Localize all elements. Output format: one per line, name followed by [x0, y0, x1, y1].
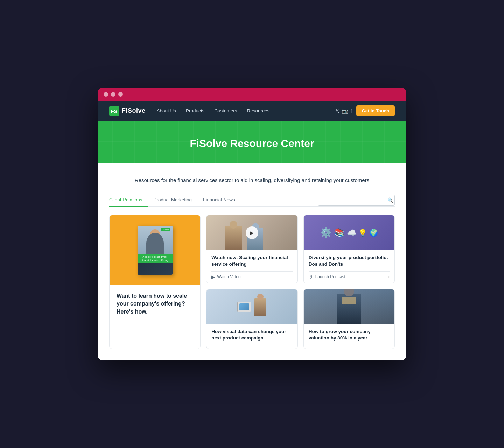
video-action-arrow: ›	[291, 274, 293, 279]
hero-title: FiSolve Resource Center	[109, 138, 395, 149]
browser-titlebar	[98, 88, 406, 101]
article2-card-title: How to grow your company valuation by 30…	[309, 329, 390, 342]
nav-right: 𝕏 📷 f Get in Touch	[335, 105, 395, 116]
video-card-action[interactable]: ▶ Watch Video ›	[211, 271, 292, 280]
social-icons: 𝕏 📷 f	[335, 108, 352, 114]
tab-financial-news[interactable]: Financial News	[197, 194, 241, 206]
navbar: FS FiSolve About Us Products Customers R…	[98, 101, 406, 121]
nav-links: About Us Products Customers Resources	[157, 108, 335, 113]
tabs-search-row: Client Relations Product Marketing Finan…	[109, 194, 395, 206]
nav-products[interactable]: Products	[186, 108, 204, 113]
traffic-light-red	[104, 92, 108, 97]
video-card-body: Watch now: Scaling your financial servic…	[206, 250, 297, 283]
video-card-image: ▶	[206, 215, 297, 250]
nav-resources[interactable]: Resources	[247, 108, 270, 113]
nav-about-us[interactable]: About Us	[157, 108, 176, 113]
book-cover: A guide to scaling your financial servic…	[138, 226, 173, 275]
featured-card-title: Want to learn how to scale your company'…	[117, 292, 193, 316]
article2-card[interactable]: How to grow your company valuation by 30…	[303, 289, 395, 349]
search-button[interactable]: 🔍	[384, 195, 395, 205]
tab-product-marketing[interactable]: Product Marketing	[148, 194, 198, 206]
traffic-light-yellow	[111, 92, 115, 97]
logo-text: FiSolve	[122, 107, 146, 114]
article1-card-image	[206, 289, 297, 324]
cards-grid: A guide to scaling your financial servic…	[109, 215, 395, 349]
browser-window: FS FiSolve About Us Products Customers R…	[98, 88, 406, 360]
video-action-label: Watch Video	[217, 274, 240, 279]
podcast-card-action[interactable]: 🎙 Launch Podcast ›	[309, 271, 390, 280]
podcast-action-icon: 🎙	[309, 274, 313, 280]
featured-card-image: A guide to scaling your financial servic…	[110, 215, 200, 285]
hero-section: FiSolve Resource Center	[98, 121, 406, 163]
article1-card-title: How visual data can change your next pro…	[211, 329, 292, 342]
article1-card-body: How visual data can change your next pro…	[206, 324, 297, 349]
podcast-card-title: Diversifying your product portfolio: Dos…	[309, 254, 390, 268]
podcast-action-label: Launch Podcast	[315, 274, 345, 279]
featured-card[interactable]: A guide to scaling your financial servic…	[109, 215, 201, 349]
video-card-title: Watch now: Scaling your financial servic…	[211, 254, 292, 268]
facebook-icon[interactable]: f	[351, 108, 352, 114]
book-label: A guide to scaling your financial servic…	[138, 254, 173, 264]
podcast-action-arrow: ›	[388, 274, 390, 279]
get-in-touch-button[interactable]: Get in Touch	[356, 105, 395, 116]
svg-text:FS: FS	[111, 108, 117, 114]
article1-image-content	[206, 289, 297, 324]
logo-icon: FS	[109, 106, 119, 116]
main-content: Resources for the financial services sec…	[98, 163, 406, 360]
article1-card[interactable]: How visual data can change your next pro…	[206, 289, 298, 349]
article2-image-content	[304, 289, 394, 324]
tab-client-relations[interactable]: Client Relations	[109, 194, 148, 206]
podcast-card-image: ⚙️ 📚 ☁️ 💡 🌍	[304, 215, 394, 250]
person-silhouette-1	[225, 226, 242, 250]
search-bar: 🔍	[318, 195, 395, 206]
featured-card-body: Want to learn how to scale your company'…	[110, 285, 200, 321]
article2-card-body: How to grow your company valuation by 30…	[304, 324, 394, 349]
sub-heading: Resources for the financial services sec…	[109, 176, 395, 184]
traffic-light-green	[118, 92, 123, 97]
twitter-icon[interactable]: 𝕏	[335, 108, 339, 114]
tabs: Client Relations Product Marketing Finan…	[109, 194, 241, 206]
logo-area[interactable]: FS FiSolve	[109, 106, 146, 116]
instagram-icon[interactable]: 📷	[342, 108, 348, 114]
podcast-card-body: Diversifying your product portfolio: Dos…	[304, 250, 394, 283]
podcast-card[interactable]: ⚙️ 📚 ☁️ 💡 🌍 Diversifying your product po…	[303, 215, 395, 284]
nav-customers[interactable]: Customers	[214, 108, 237, 113]
browser-content: FS FiSolve About Us Products Customers R…	[98, 101, 406, 360]
book-brand: FiSolve	[161, 228, 170, 231]
play-button[interactable]: ▶	[246, 226, 258, 239]
podcast-illustration: ⚙️ 📚 ☁️ 💡 🌍	[304, 215, 394, 250]
search-input[interactable]	[318, 195, 384, 205]
article2-card-image	[304, 289, 394, 324]
video-action-icon: ▶	[211, 274, 215, 280]
video-card[interactable]: ▶ Watch now: Scaling your financial serv…	[206, 215, 298, 284]
book-person-body	[146, 233, 164, 254]
search-icon: 🔍	[387, 197, 393, 203]
